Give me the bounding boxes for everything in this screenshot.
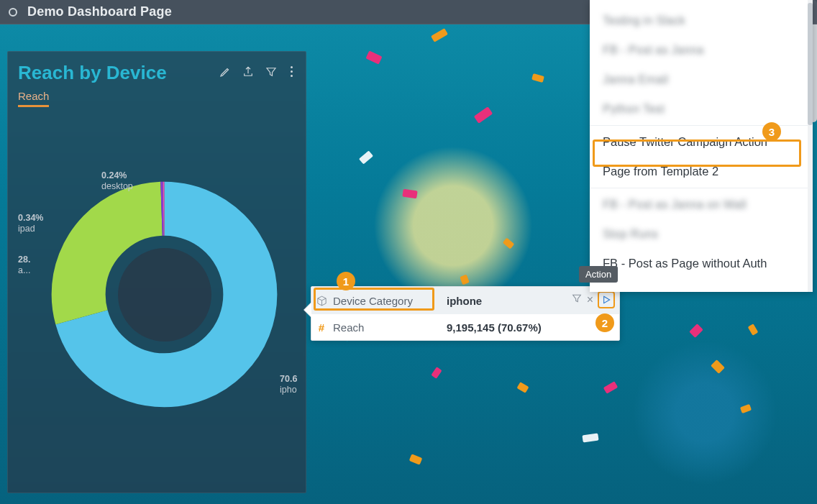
actions-dropdown-item[interactable]: FB - Post as Janna on Wall [590,190,813,219]
tooltip-close-icon[interactable]: × [584,293,596,306]
edit-icon[interactable] [219,65,232,81]
widget-reach-by-device: Reach by Device Reach 0.24%desktop 0.34%… [7,51,306,493]
callout-box-1 [314,288,434,311]
panel-separator [590,188,813,188]
donut-chart[interactable]: 0.24%desktop 0.34%ipad 28.a... 70.6ipho [8,138,306,492]
actions-dropdown-item[interactable]: Stop Runs [590,219,813,249]
actions-dropdown-item[interactable]: Python Test [590,94,813,124]
tooltip-metric-row: # Reach 9,195,145 (70.67%) [311,314,619,340]
callout-box-3 [593,139,801,167]
callout-badge-3: 3 [762,122,781,141]
segment-label-android: 28.a... [18,255,30,276]
actions-dropdown-item[interactable]: Janna Email [590,65,813,94]
actions-dropdown-item[interactable]: FB - Post as Page without Auth [590,249,813,278]
action-tooltip: Action [579,266,618,283]
hash-icon: # [311,321,332,334]
tooltip-metric-value: 9,195,145 (70.67%) [447,321,542,334]
callout-badge-1: 1 [337,272,355,290]
filter-icon[interactable] [265,65,278,81]
share-icon[interactable] [242,65,255,81]
segment-label-ipad: 0.34%ipad [18,213,43,234]
segment-label-desktop: 0.24%desktop [101,170,133,192]
more-icon[interactable] [288,65,296,81]
tooltip-action-button[interactable] [598,291,615,308]
actions-dropdown-item[interactable]: Testing in Slack [590,6,813,35]
tooltip-filter-icon[interactable] [571,293,583,307]
widget-title: Reach by Device [18,62,167,84]
panel-scrollbar[interactable] [808,0,813,292]
page-title: Demo Dashboard Page [27,4,172,19]
tooltip-metric-label: Reach [332,321,447,334]
status-circle-icon [9,8,17,17]
widget-tab-reach[interactable]: Reach [18,90,49,107]
tooltip-dim-value: iphone [447,294,482,307]
widget-header: Reach by Device [8,52,306,87]
segment-label-iphone: 70.6ipho [280,374,297,395]
actions-dropdown-item[interactable]: FB - Post as Janna [590,35,813,65]
callout-badge-2: 2 [595,313,614,332]
widget-toolbar [219,65,296,81]
